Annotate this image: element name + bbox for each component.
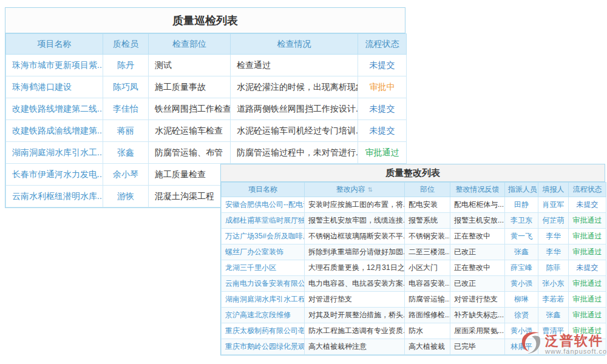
name-link-cell[interactable]: 徐贤 — [505, 308, 538, 323]
text-cell: 水泥砼运输车司机经过专门培训... — [231, 120, 358, 142]
project-link-cell[interactable]: 云南电力设备安装有限公司20... — [222, 276, 305, 292]
project-link-cell[interactable]: 云南水利枢纽潜明水库... — [6, 186, 103, 207]
name-link-cell[interactable]: 田静 — [505, 197, 538, 213]
status-cell: 审批通过 — [569, 213, 606, 229]
table-row: 京沪高速北京段维修对其及时开展整治措施，桥头...路面维修检...补齐缺失标志.… — [222, 308, 606, 323]
name-link-cell[interactable]: 李佳怡 — [103, 98, 149, 120]
name-link-cell[interactable]: 李卫东 — [505, 213, 538, 229]
inspection-list-title: 质量巡检列表 — [5, 8, 405, 33]
status-cell: 审批通过 — [569, 276, 606, 292]
project-link-cell[interactable]: 长春市伊通河水力发电... — [6, 164, 103, 186]
text-cell: 铁丝网围挡工作检查 — [149, 98, 231, 120]
status-cell: 审批通过 — [569, 292, 606, 308]
table-row: 成都杜甫草堂临时展厅独立展...报警主机安放牢固，线缆连接...报警系统报警主机… — [222, 213, 606, 229]
sort-icon[interactable]: ⇅ — [368, 186, 373, 193]
column-header-4[interactable]: 整改情况反馈 — [450, 183, 505, 197]
table-row: 螺丝厂办公室装饰拆除到承重墙部分请做好加固...二至三楼混...已改正张鑫李华审… — [222, 244, 606, 260]
watermark-brand: 泛普软件 — [545, 334, 603, 348]
column-header-7[interactable]: 流程状态 — [569, 183, 606, 197]
project-link-cell[interactable]: 改建铁路线增建第二线... — [6, 98, 103, 120]
status-cell: 未提交 — [358, 98, 407, 120]
text-cell: 测试 — [149, 55, 231, 76]
name-link-cell[interactable]: 蒋丽 — [103, 120, 149, 142]
name-link-cell[interactable]: 张鑫 — [538, 308, 569, 323]
text-cell: 混凝土沟渠工程 — [149, 186, 231, 207]
text-cell: 屋面采用聚氨... — [450, 323, 505, 339]
column-header-1[interactable]: 项目名称 — [222, 183, 305, 197]
table-row: 珠海市城市更新项目紫...陈丹测试检查通过未提交 — [6, 55, 407, 76]
rectification-list-panel: 质量整改列表 项目名称整改内容⇅部位整改情况反馈指派人员填报人流程状态 安徽合肥… — [220, 164, 605, 356]
table-row: 龙湖三千里小区大理石质量更换，12月31日之...小区大门正在整改中薛宝峰陈菲未… — [222, 260, 606, 276]
project-link-cell[interactable]: 珠海鹤港口建设 — [6, 76, 103, 98]
project-link-cell[interactable]: 湖南洞庭湖水库引水工... — [6, 142, 103, 164]
text-cell: 配电安装 — [405, 197, 450, 213]
project-link-cell[interactable]: 重庆市鹅岭公园绿化景观提升... — [222, 339, 305, 355]
name-link-cell[interactable]: 张鑫 — [505, 244, 538, 260]
text-cell: 报警系统 — [405, 213, 450, 229]
header-row: 项目名称质检员检查部位检查情况流程状态 — [6, 34, 407, 55]
column-header-5: 流程状态 — [358, 34, 407, 55]
project-link-cell[interactable]: 湖南洞庭湖水库引水工程施工1标 — [222, 292, 305, 308]
text-cell: 正在整改中 — [450, 260, 505, 276]
project-link-cell[interactable]: 万达广场35#会所及咖啡厅空... — [222, 229, 305, 244]
text-cell: 高大植被栽种注意 — [305, 339, 405, 355]
name-link-cell[interactable]: 张鑫 — [103, 142, 149, 164]
text-cell: 报警主机安放... — [450, 213, 505, 229]
name-link-cell[interactable]: 肖亚军 — [538, 197, 569, 213]
text-cell: 拆除到承重墙部分请做好加固... — [305, 244, 405, 260]
watermark: 泛普软件 www.fanpusoft.com — [517, 329, 607, 357]
text-cell: 已完毕 — [450, 339, 505, 355]
column-header-5[interactable]: 指派人员 — [505, 183, 538, 197]
status-cell: 审批中 — [358, 76, 407, 98]
name-link-cell[interactable]: 李华 — [538, 229, 569, 244]
table-row: 珠海鹤港口建设陈巧凤施工质量事故水泥砼灌注的时候，出现离析现象审批中 — [6, 76, 407, 98]
status-cell: 未提交 — [358, 120, 407, 142]
name-link-cell[interactable]: 李若若 — [538, 292, 569, 308]
text-cell: 已改正 — [450, 276, 505, 292]
text-cell: 不锈钢安装... — [405, 229, 450, 244]
project-link-cell[interactable]: 珠海市城市更新项目紫... — [6, 55, 103, 76]
text-cell: 报警主机安放牢固，线缆连接... — [305, 213, 405, 229]
name-link-cell[interactable]: 陈巧凤 — [103, 76, 149, 98]
project-link-cell[interactable]: 成都杜甫草堂临时展厅独立展... — [222, 213, 305, 229]
text-cell: 高大植被栽 — [405, 339, 450, 355]
table-row: 改建铁路线增建第二线...李佳怡铁丝网围挡工作检查道路两侧铁丝网围挡工作按设计.… — [6, 98, 407, 120]
text-cell: 道路两侧铁丝网围挡工作按设计... — [231, 98, 358, 120]
column-header-2[interactable]: 整改内容⇅ — [305, 183, 405, 197]
column-header-4: 检查情况 — [231, 34, 358, 55]
text-cell: 防水 — [405, 323, 450, 339]
project-link-cell[interactable]: 重庆太极制药有限公司亳州中... — [222, 323, 305, 339]
name-link-cell[interactable]: 余小琴 — [103, 164, 149, 186]
name-link-cell[interactable]: 薛宝峰 — [505, 260, 538, 276]
fanpu-logo-icon — [517, 329, 544, 357]
text-cell: 防腐管运输... — [405, 292, 450, 308]
text-cell: 正在整改中 — [450, 229, 505, 244]
text-cell: 路面维修检... — [405, 308, 450, 323]
project-link-cell[interactable]: 改建铁路成渝线增建第... — [6, 120, 103, 142]
text-cell: 二至三楼混... — [405, 244, 450, 260]
table-row: 湖南洞庭湖水库引水工程施工1标对管进行垫支防腐管运输...对管进行垫支柳琳李若若… — [222, 292, 606, 308]
name-link-cell[interactable]: 张小东 — [538, 276, 569, 292]
name-link-cell[interactable]: 黄小强 — [505, 276, 538, 292]
project-link-cell[interactable]: 螺丝厂办公室装饰 — [222, 244, 305, 260]
text-cell: 已改正 — [450, 244, 505, 260]
column-header-3[interactable]: 部位 — [405, 183, 450, 197]
watermark-text: 泛普软件 www.fanpusoft.com — [545, 329, 607, 355]
project-link-cell[interactable]: 京沪高速北京段维修 — [222, 308, 305, 323]
name-link-cell[interactable]: 陈丹 — [103, 55, 149, 76]
column-header-6[interactable]: 填报人 — [538, 183, 569, 197]
column-header-2: 质检员 — [103, 34, 149, 55]
text-cell: 水泥砼灌注的时候，出现离析现象 — [231, 76, 358, 98]
text-cell: 防腐管运输过程中，未对管进行... — [231, 142, 358, 164]
project-link-cell[interactable]: 龙湖三千里小区 — [222, 260, 305, 276]
table-row: 湖南洞庭湖水库引水工...张鑫防腐管运输、布管防腐管运输过程中，未对管进行...… — [6, 142, 407, 164]
text-cell: 配电柜柜体与... — [450, 197, 505, 213]
name-link-cell[interactable]: 黄一飞 — [505, 229, 538, 244]
name-link-cell[interactable]: 李华 — [538, 244, 569, 260]
name-link-cell[interactable]: 游恢 — [103, 186, 149, 207]
name-link-cell[interactable]: 何芷萌 — [538, 213, 569, 229]
text-cell: 电力电容器、电抗器安装方案... — [305, 276, 405, 292]
name-link-cell[interactable]: 柳琳 — [505, 292, 538, 308]
name-link-cell[interactable]: 陈菲 — [538, 260, 569, 276]
project-link-cell[interactable]: 安徽合肥供电公司--配电设备... — [222, 197, 305, 213]
